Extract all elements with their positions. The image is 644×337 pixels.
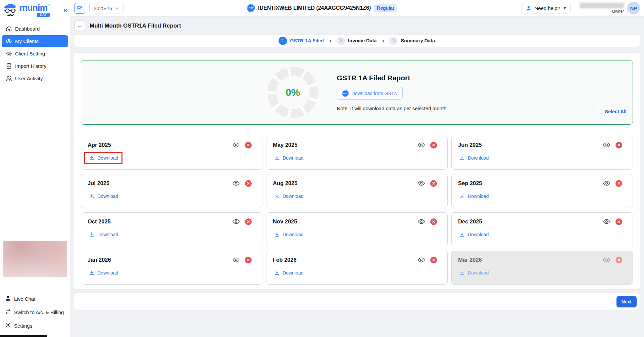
preview-eye-icon[interactable] xyxy=(232,179,240,187)
feedback-message-edit-button[interactable] xyxy=(74,3,85,14)
sidebar-item-client-setting[interactable]: Client Setting xyxy=(2,48,68,59)
munim-logo: munim® GST xyxy=(3,3,50,17)
back-button[interactable]: ← xyxy=(75,20,85,31)
preview-eye-icon[interactable] xyxy=(417,256,425,264)
remove-x-circle-icon[interactable]: ✕ xyxy=(615,218,622,225)
sidebar-item-my-clients[interactable]: My Clients xyxy=(2,35,68,47)
download-icon xyxy=(89,270,95,276)
remove-x-circle-icon[interactable]: ✕ xyxy=(430,257,437,263)
sidebar-item-dashboard[interactable]: Dashboard xyxy=(2,23,68,35)
select-all-label: Select All xyxy=(605,109,627,114)
month-label: Jun 2025 xyxy=(458,142,482,148)
month-card-may-2025: May 2025✕Download xyxy=(266,136,448,170)
remove-x-circle-icon[interactable]: ✕ xyxy=(430,180,437,187)
fiscal-year-dropdown[interactable]: 2025-26 xyxy=(89,3,123,13)
preview-eye-icon[interactable] xyxy=(603,218,610,225)
gst-badge-icon: GST xyxy=(342,90,349,97)
month-card-actions: ✕ xyxy=(232,179,252,187)
remove-x-circle-icon[interactable]: ✕ xyxy=(615,257,622,263)
fiscal-year-value: 2025-26 xyxy=(94,5,112,11)
gear-icon xyxy=(5,322,11,329)
preview-eye-icon[interactable] xyxy=(417,218,425,225)
download-link[interactable]: Download xyxy=(455,190,493,202)
download-link[interactable]: Download xyxy=(455,267,493,279)
remove-x-circle-icon[interactable]: ✕ xyxy=(430,142,437,149)
month-label: Aug 2025 xyxy=(273,180,297,186)
download-icon xyxy=(459,270,465,276)
month-card-header: May 2025✕ xyxy=(273,141,441,149)
bottom-left-dark-strip xyxy=(0,335,47,337)
remove-x-circle-icon[interactable]: ✕ xyxy=(430,218,437,225)
sidebar-item-user-activity[interactable]: User Activity xyxy=(2,73,68,84)
download-from-gstn-label: Download from GSTN xyxy=(352,91,398,96)
month-card-actions: ✕ xyxy=(603,218,622,225)
need-help-button[interactable]: Need help? ▼ xyxy=(522,3,571,13)
chevron-right-icon: › xyxy=(329,37,332,44)
download-link[interactable]: Download xyxy=(455,228,493,241)
step-summary-data[interactable]: 3Summary Data xyxy=(389,37,435,45)
download-icon xyxy=(89,193,95,199)
preview-eye-icon[interactable] xyxy=(232,256,240,264)
remove-x-circle-icon[interactable]: ✕ xyxy=(245,218,252,225)
preview-eye-icon[interactable] xyxy=(603,141,610,149)
preview-eye-icon[interactable] xyxy=(232,141,240,149)
remove-x-circle-icon[interactable]: ✕ xyxy=(245,257,252,263)
download-icon xyxy=(459,231,465,238)
progress-donut-hole: 0% xyxy=(276,76,310,109)
month-card-mar-2026: Mar 2026✕Download xyxy=(451,251,633,285)
step-invoice-data[interactable]: 2Invoice Data xyxy=(337,37,377,45)
download-from-gstn-button[interactable]: GST Download from GSTN xyxy=(337,87,403,100)
remove-x-circle-icon[interactable]: ✕ xyxy=(245,180,252,187)
preview-eye-icon[interactable] xyxy=(417,141,425,149)
caret-down-icon: ▼ xyxy=(563,6,567,10)
user-meta: Owner xyxy=(580,3,624,14)
download-link[interactable]: Download xyxy=(455,152,493,164)
preview-eye-icon[interactable] xyxy=(603,179,610,187)
sidebar-collapse-icon[interactable]: « xyxy=(63,3,67,14)
sidebar-item-settings[interactable]: Settings xyxy=(0,319,70,332)
select-all-control[interactable]: Select All xyxy=(597,109,627,114)
next-button[interactable]: Next xyxy=(616,296,637,307)
month-card-aug-2025: Aug 2025✕Download xyxy=(266,174,448,208)
step-gstr-1a-filed[interactable]: 1GSTR-1A Filed xyxy=(279,37,324,45)
home-icon xyxy=(6,26,12,32)
avatar[interactable]: NP xyxy=(627,2,640,14)
sidebar-item-live-chat[interactable]: Live Chat xyxy=(0,292,70,305)
download-label: Download xyxy=(283,270,303,276)
step-label: Invoice Data xyxy=(348,38,377,43)
download-link[interactable]: Download xyxy=(269,190,308,202)
content-area: ← Multi Month GSTR1A Filed Report 1GSTR-… xyxy=(70,16,644,337)
download-link[interactable]: Download xyxy=(84,267,122,279)
month-label: Dec 2025 xyxy=(458,218,482,225)
month-card-actions: ✕ xyxy=(603,141,622,149)
remove-x-circle-icon[interactable]: ✕ xyxy=(615,180,622,187)
download-link[interactable]: Download xyxy=(269,267,308,279)
chevron-down-icon xyxy=(115,6,119,10)
select-all-checkbox[interactable] xyxy=(597,109,602,114)
preview-eye-icon[interactable] xyxy=(232,218,240,225)
download-label: Download xyxy=(97,270,118,276)
download-link[interactable]: Download xyxy=(84,190,122,202)
month-label: Feb 2026 xyxy=(273,257,297,263)
month-card-nov-2025: Nov 2025✕Download xyxy=(266,212,448,246)
preview-eye-icon[interactable] xyxy=(603,256,610,264)
month-card-header: Jan 2026✕ xyxy=(88,256,256,264)
month-card-actions: ✕ xyxy=(603,256,622,264)
remove-x-circle-icon[interactable]: ✕ xyxy=(245,142,252,149)
topbar-right: Need help? ▼ Owner NP xyxy=(522,2,640,14)
registered-mark: ® xyxy=(48,3,50,7)
download-label: Download xyxy=(97,232,118,237)
sidebar: munim® GST « DashboardMy ClientsClient S… xyxy=(0,0,70,337)
download-link[interactable]: Download xyxy=(269,152,308,164)
download-link[interactable]: Download xyxy=(84,152,122,164)
sidebar-item-label: Client Setting xyxy=(15,51,45,56)
remove-x-circle-icon[interactable]: ✕ xyxy=(615,142,622,149)
preview-eye-icon[interactable] xyxy=(417,179,425,187)
download-label: Download xyxy=(97,155,118,161)
eye-icon xyxy=(6,38,12,44)
sidebar-item-import-history[interactable]: Import History xyxy=(2,60,68,72)
month-card-actions: ✕ xyxy=(417,256,437,264)
download-link[interactable]: Download xyxy=(269,228,308,241)
sidebar-item-switch-to-a-c-billing[interactable]: Switch to A/c. & Billing xyxy=(0,305,70,319)
download-link[interactable]: Download xyxy=(84,228,122,241)
